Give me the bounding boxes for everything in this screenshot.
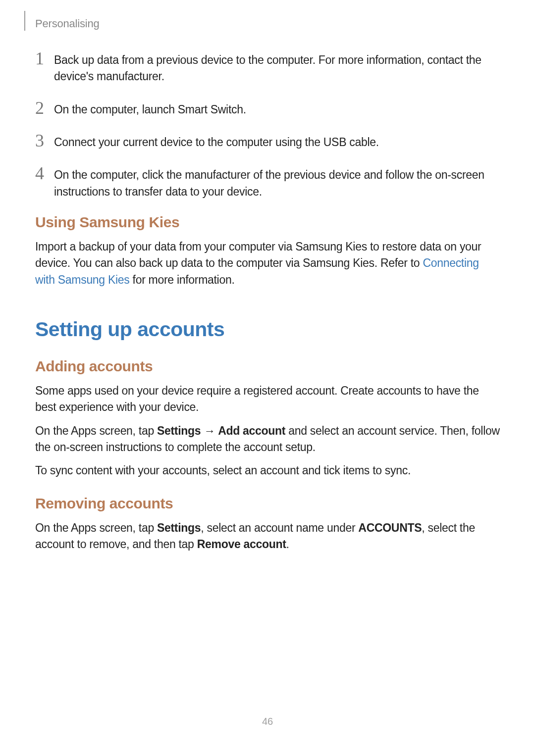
arrow-icon: → xyxy=(201,424,218,437)
page-number: 46 xyxy=(0,716,535,727)
p2-add-account: Add account xyxy=(218,424,285,437)
adding-p2: On the Apps screen, tap Settings → Add a… xyxy=(35,423,500,456)
step-1: 1 Back up data from a previous device to… xyxy=(35,50,500,85)
kies-text-before: Import a backup of your data from your c… xyxy=(35,240,481,269)
r-remove-account: Remove account xyxy=(197,538,286,551)
step-text: Connect your current device to the compu… xyxy=(54,132,379,151)
kies-text-after: for more information. xyxy=(130,273,235,286)
kies-paragraph: Import a backup of your data from your c… xyxy=(35,239,500,288)
r-suffix: . xyxy=(286,538,289,551)
heading-removing-accounts: Removing accounts xyxy=(35,495,500,512)
heading-adding-accounts: Adding accounts xyxy=(35,358,500,375)
step-text: On the computer, click the manufacturer … xyxy=(54,164,500,200)
p2-prefix: On the Apps screen, tap xyxy=(35,424,157,437)
heading-using-samsung-kies: Using Samsung Kies xyxy=(35,214,500,231)
removing-p1: On the Apps screen, tap Settings, select… xyxy=(35,520,500,553)
step-number: 2 xyxy=(35,99,54,117)
r-accounts: ACCOUNTS xyxy=(358,521,422,534)
r-mid1: , select an account name under xyxy=(201,521,358,534)
step-text: On the computer, launch Smart Switch. xyxy=(54,99,246,118)
step-number: 1 xyxy=(35,50,54,67)
section-header: Personalising xyxy=(35,17,99,30)
adding-p3: To sync content with your accounts, sele… xyxy=(35,462,500,479)
r-prefix: On the Apps screen, tap xyxy=(35,521,157,534)
step-number: 3 xyxy=(35,132,54,150)
r-settings: Settings xyxy=(157,521,201,534)
p2-settings: Settings xyxy=(157,424,201,437)
step-number: 4 xyxy=(35,164,54,182)
step-text: Back up data from a previous device to t… xyxy=(54,50,500,85)
step-3: 3 Connect your current device to the com… xyxy=(35,132,500,151)
adding-p1: Some apps used on your device require a … xyxy=(35,383,500,416)
header-marker xyxy=(24,11,25,31)
step-4: 4 On the computer, click the manufacture… xyxy=(35,164,500,200)
step-2: 2 On the computer, launch Smart Switch. xyxy=(35,99,500,118)
heading-setting-up-accounts: Setting up accounts xyxy=(35,318,500,341)
page-content: 1 Back up data from a previous device to… xyxy=(35,50,500,560)
